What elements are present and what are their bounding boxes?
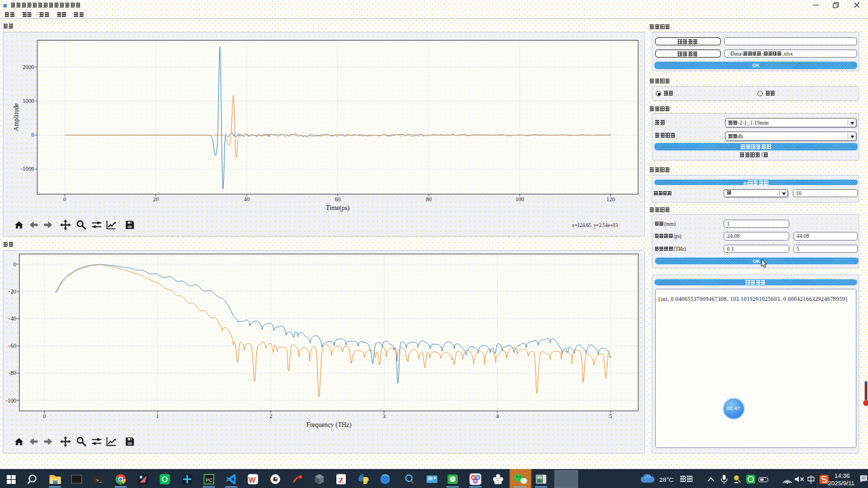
svg-text:W: W [249,476,256,484]
svg-text:2000: 2000 [22,64,34,70]
svg-text:Amplitude: Amplitude [12,103,20,131]
svg-text:40: 40 [244,196,250,203]
svg-text:Time(ps): Time(ps) [326,204,350,212]
svg-text:28°C: 28°C [659,476,673,483]
svg-text:0: 0 [14,261,16,268]
svg-text:3: 3 [382,413,385,420]
svg-text:120: 120 [606,196,615,203]
svg-text:-20: -20 [9,288,16,295]
svg-text:14:36: 14:36 [834,472,850,479]
svg-text:0: 0 [31,131,34,138]
svg-text:20: 20 [153,196,159,203]
svg-text:60: 60 [335,196,341,203]
svg-text:2: 2 [269,413,272,420]
svg-text:-1000: -1000 [20,165,34,172]
svg-text:Frequency (THz): Frequency (THz) [307,421,351,429]
svg-text:-40: -40 [9,315,16,322]
svg-text:0: 0 [63,196,66,203]
svg-text:4: 4 [496,413,499,420]
svg-text:5: 5 [609,413,612,420]
svg-text:x=124.65 y=2.54e+03: x=124.65 y=2.54e+03 [572,222,618,228]
svg-text:-80: -80 [9,369,16,376]
svg-text:1: 1 [156,413,159,420]
svg-text:1000: 1000 [22,98,34,104]
svg-text:Z: Z [339,476,344,484]
svg-text:100: 100 [515,196,524,203]
svg-text:-60: -60 [9,342,16,349]
svg-text:>_: >_ [96,477,102,483]
svg-text:-100: -100 [5,397,16,404]
svg-text:80: 80 [426,196,432,203]
svg-text:PC: PC [206,478,213,483]
svg-text:2025/9/11: 2025/9/11 [828,480,854,487]
svg-text:0: 0 [43,413,45,420]
